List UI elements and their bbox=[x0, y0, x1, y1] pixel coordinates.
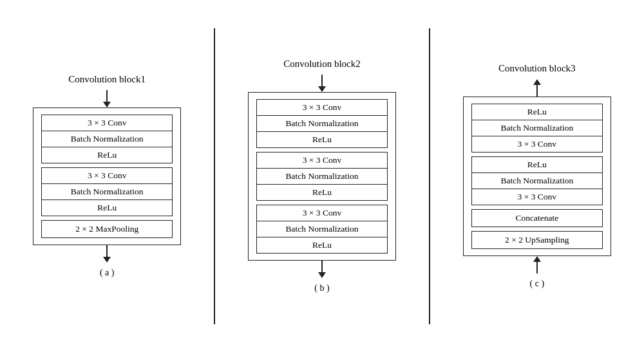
block-b-g2-bn: Batch Normalization bbox=[257, 169, 387, 185]
block-a-arrow-in bbox=[103, 90, 111, 107]
block-b-g2-conv: 3 × 3 Conv bbox=[257, 153, 387, 169]
block-b-arrow-in bbox=[318, 75, 326, 92]
block-b-wrapper: Convolution block2 3 × 3 Conv Batch Norm… bbox=[222, 59, 422, 293]
block-b-title: Convolution block2 bbox=[283, 59, 361, 69]
block-b-group2: 3 × 3 Conv Batch Normalization ReLu bbox=[256, 152, 388, 201]
block-c-group1: ReLu Batch Normalization 3 × 3 Conv bbox=[471, 104, 603, 153]
block-b-label: ( b ) bbox=[314, 283, 329, 293]
block-b-g3-bn: Batch Normalization bbox=[257, 221, 387, 237]
block-c-g1-relu: ReLu bbox=[472, 104, 602, 120]
diagram-container: Convolution block1 3 × 3 Conv Batch Norm… bbox=[6, 9, 638, 344]
block-c-g2-relu: ReLu bbox=[472, 157, 602, 173]
block-c-group2: ReLu Batch Normalization 3 × 3 Conv bbox=[471, 156, 603, 205]
block-a-wrapper: Convolution block1 3 × 3 Conv Batch Norm… bbox=[6, 74, 207, 278]
block-c-g2-bn: Batch Normalization bbox=[472, 173, 602, 189]
divider-ab bbox=[214, 28, 215, 324]
block-b-g1-bn: Batch Normalization bbox=[257, 116, 387, 132]
block-c-title: Convolution block3 bbox=[498, 63, 576, 74]
block-a-g2-bn: Batch Normalization bbox=[42, 184, 172, 200]
block-c-arrow-out bbox=[533, 79, 541, 97]
block-c-concat-wrapper: Concatenate bbox=[471, 209, 603, 227]
block-a-maxpool: 2 × 2 MaxPooling bbox=[41, 220, 173, 238]
block-a-arrow-out bbox=[103, 245, 111, 263]
block-c-label: ( c ) bbox=[530, 279, 545, 289]
block-c-arrow-in bbox=[533, 256, 541, 273]
block-b-arrow-out bbox=[318, 261, 326, 278]
block-a-g2-conv: 3 × 3 Conv bbox=[42, 168, 172, 184]
block-c-g1-bn: Batch Normalization bbox=[472, 120, 602, 136]
block-c-g1-conv: 3 × 3 Conv bbox=[472, 136, 602, 152]
block-b-group3: 3 × 3 Conv Batch Normalization ReLu bbox=[256, 205, 388, 254]
block-b-g1-relu: ReLu bbox=[257, 132, 387, 147]
block-c-upsampling: 2 × 2 UpSampling bbox=[471, 231, 603, 249]
block-c-g2-conv: 3 × 3 Conv bbox=[472, 189, 602, 205]
block-a-group1: 3 × 3 Conv Batch Normalization ReLu bbox=[41, 115, 173, 163]
block-b-g2-relu: ReLu bbox=[257, 185, 387, 200]
block-a-g2-relu: ReLu bbox=[42, 200, 172, 216]
block-a-body: 3 × 3 Conv Batch Normalization ReLu 3 × … bbox=[33, 107, 181, 245]
divider-bc bbox=[429, 28, 430, 324]
block-a-group2: 3 × 3 Conv Batch Normalization ReLu bbox=[41, 167, 173, 216]
block-b-g3-relu: ReLu bbox=[257, 237, 387, 253]
block-b-g1-conv: 3 × 3 Conv bbox=[257, 100, 387, 116]
block-c-body: ReLu Batch Normalization 3 × 3 Conv ReLu… bbox=[463, 97, 611, 256]
block-a-g1-conv: 3 × 3 Conv bbox=[42, 115, 172, 131]
block-a-title: Convolution block1 bbox=[68, 74, 146, 85]
block-b-g3-conv: 3 × 3 Conv bbox=[257, 205, 387, 221]
block-a-g1-bn: Batch Normalization bbox=[42, 131, 172, 147]
block-c-concatenate: Concatenate bbox=[471, 209, 603, 227]
block-b-body: 3 × 3 Conv Batch Normalization ReLu 3 × … bbox=[248, 92, 396, 261]
block-b-group1: 3 × 3 Conv Batch Normalization ReLu bbox=[256, 99, 388, 148]
block-c-wrapper: Convolution block3 ReLu Batch Normalizat… bbox=[437, 63, 638, 289]
block-a-label: ( a ) bbox=[100, 268, 115, 278]
block-a-g1-relu: ReLu bbox=[42, 147, 172, 163]
